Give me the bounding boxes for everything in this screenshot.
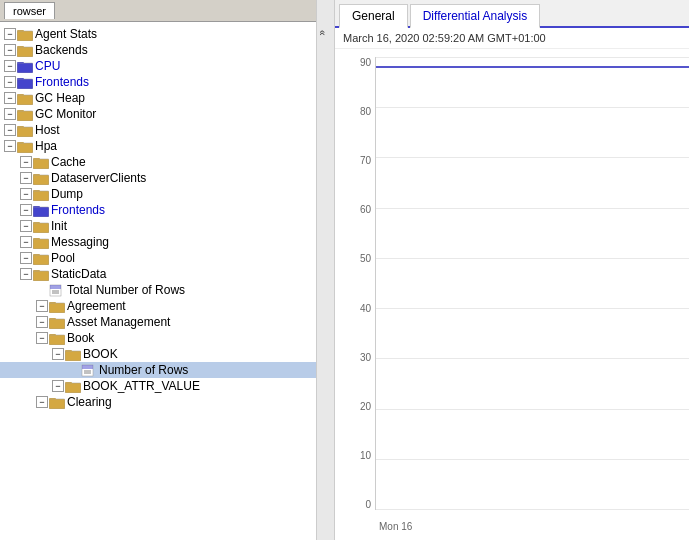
expand-icon[interactable]: − bbox=[4, 76, 16, 88]
data-line bbox=[376, 66, 689, 68]
tree-item-label: Frontends bbox=[51, 203, 105, 217]
tree-item-asset-management[interactable]: − Asset Management bbox=[0, 314, 334, 330]
expand-icon[interactable]: − bbox=[36, 332, 48, 344]
svg-rect-34 bbox=[33, 159, 49, 169]
expand-icon[interactable]: − bbox=[20, 220, 32, 232]
tree-item-static-data[interactable]: − StaticData bbox=[0, 266, 334, 282]
tree-item-dump[interactable]: − Dump bbox=[0, 186, 334, 202]
expand-icon[interactable]: − bbox=[36, 316, 48, 328]
tree-item-frontends[interactable]: − Frontends bbox=[0, 74, 334, 90]
tree-item-book-inner[interactable]: − BOOK bbox=[0, 346, 334, 362]
tree-item-book-attr-value[interactable]: − BOOK_ATTR_VALUE bbox=[0, 378, 334, 394]
tab-differential[interactable]: Differential Analysis bbox=[410, 4, 541, 28]
tree-item-label: Clearing bbox=[67, 395, 112, 409]
folder-icon bbox=[17, 108, 33, 121]
folder-icon bbox=[33, 236, 49, 249]
svg-rect-50 bbox=[33, 223, 49, 233]
expand-icon[interactable]: − bbox=[4, 28, 16, 40]
tree-item-frontends-hpa[interactable]: − Frontends bbox=[0, 202, 334, 218]
svg-rect-74 bbox=[49, 319, 65, 329]
expand-icon[interactable]: − bbox=[20, 172, 32, 184]
expand-icon[interactable]: − bbox=[4, 60, 16, 72]
y-axis-value: 80 bbox=[360, 106, 371, 117]
expand-icon[interactable]: − bbox=[4, 124, 16, 136]
browser-tab[interactable]: rowser bbox=[4, 2, 55, 19]
grid-line bbox=[376, 358, 689, 359]
grid-line bbox=[376, 107, 689, 108]
tree-item-init[interactable]: − Init bbox=[0, 218, 334, 234]
expand-icon[interactable]: − bbox=[4, 140, 16, 152]
tree-item-label: DataserverClients bbox=[51, 171, 146, 185]
expand-icon[interactable]: − bbox=[20, 236, 32, 248]
tree-item-cache[interactable]: − Cache bbox=[0, 154, 334, 170]
y-axis: 9080706050403020100 bbox=[335, 57, 375, 510]
tab-differential-label: Differential Analysis bbox=[423, 9, 528, 23]
folder-icon bbox=[17, 28, 33, 41]
tree-item-dataserver-clients[interactable]: − DataserverClients bbox=[0, 170, 334, 186]
collapse-button[interactable]: « bbox=[316, 0, 334, 540]
svg-rect-65 bbox=[50, 285, 61, 289]
expand-icon[interactable]: − bbox=[20, 156, 32, 168]
grid-line bbox=[376, 308, 689, 309]
tab-general-label: General bbox=[352, 9, 395, 23]
tree-area: − Agent Stats− Backends− CPU− Frontends−… bbox=[0, 22, 334, 414]
tree-item-hpa[interactable]: − Hpa bbox=[0, 138, 334, 154]
expand-icon[interactable]: − bbox=[52, 348, 64, 360]
item-icon bbox=[49, 284, 65, 297]
expand-icon[interactable]: − bbox=[20, 268, 32, 280]
tree-item-number-of-rows[interactable]: Number of Rows bbox=[0, 362, 334, 378]
tree-item-label: GC Monitor bbox=[35, 107, 96, 121]
svg-rect-46 bbox=[33, 207, 49, 217]
leaf-spacer bbox=[36, 284, 48, 296]
tree-item-total-rows[interactable]: Total Number of Rows bbox=[0, 282, 334, 298]
svg-rect-90 bbox=[65, 383, 81, 393]
svg-rect-2 bbox=[17, 31, 33, 41]
folder-icon bbox=[49, 316, 65, 329]
tree-item-book[interactable]: − Book bbox=[0, 330, 334, 346]
svg-rect-42 bbox=[33, 191, 49, 201]
tree-item-label: GC Heap bbox=[35, 91, 85, 105]
expand-icon[interactable]: − bbox=[20, 188, 32, 200]
folder-icon bbox=[49, 396, 65, 409]
tree-item-label: Cache bbox=[51, 155, 86, 169]
expand-icon[interactable]: − bbox=[20, 252, 32, 264]
grid-line bbox=[376, 57, 689, 58]
expand-icon[interactable]: − bbox=[36, 300, 48, 312]
expand-icon[interactable]: − bbox=[4, 92, 16, 104]
folder-icon bbox=[33, 188, 49, 201]
expand-icon[interactable]: − bbox=[20, 204, 32, 216]
folder-icon bbox=[17, 140, 33, 153]
tree-item-gc-heap[interactable]: − GC Heap bbox=[0, 90, 334, 106]
expand-icon[interactable]: − bbox=[36, 396, 48, 408]
expand-icon[interactable]: − bbox=[4, 108, 16, 120]
tree-item-agreement[interactable]: − Agreement bbox=[0, 298, 334, 314]
tree-item-pool[interactable]: − Pool bbox=[0, 250, 334, 266]
folder-icon bbox=[33, 172, 49, 185]
tree-item-backends[interactable]: − Backends bbox=[0, 42, 334, 58]
expand-icon[interactable]: − bbox=[4, 44, 16, 56]
svg-rect-62 bbox=[33, 271, 49, 281]
svg-rect-78 bbox=[49, 335, 65, 345]
expand-icon[interactable]: − bbox=[52, 380, 64, 392]
tree-item-label: Number of Rows bbox=[99, 363, 188, 377]
folder-icon bbox=[17, 124, 33, 137]
tree-item-clearing[interactable]: − Clearing bbox=[0, 394, 334, 410]
tree-item-label: StaticData bbox=[51, 267, 106, 281]
svg-rect-58 bbox=[33, 255, 49, 265]
tree-item-label: Book bbox=[67, 331, 94, 345]
tree-item-label: Backends bbox=[35, 43, 88, 57]
tree-item-cpu[interactable]: − CPU bbox=[0, 58, 334, 74]
grid-line bbox=[376, 409, 689, 410]
tab-bar: General Differential Analysis bbox=[335, 0, 689, 28]
x-axis: Mon 16 bbox=[375, 521, 689, 532]
tree-item-label: Init bbox=[51, 219, 67, 233]
svg-rect-10 bbox=[17, 63, 33, 73]
svg-rect-94 bbox=[49, 399, 65, 409]
tree-item-messaging[interactable]: − Messaging bbox=[0, 234, 334, 250]
tree-item-agent-stats[interactable]: − Agent Stats bbox=[0, 26, 334, 42]
svg-rect-30 bbox=[17, 143, 33, 153]
tree-item-host[interactable]: − Host bbox=[0, 122, 334, 138]
leaf-spacer bbox=[68, 364, 80, 376]
tree-item-gc-monitor[interactable]: − GC Monitor bbox=[0, 106, 334, 122]
tab-general[interactable]: General bbox=[339, 4, 408, 28]
